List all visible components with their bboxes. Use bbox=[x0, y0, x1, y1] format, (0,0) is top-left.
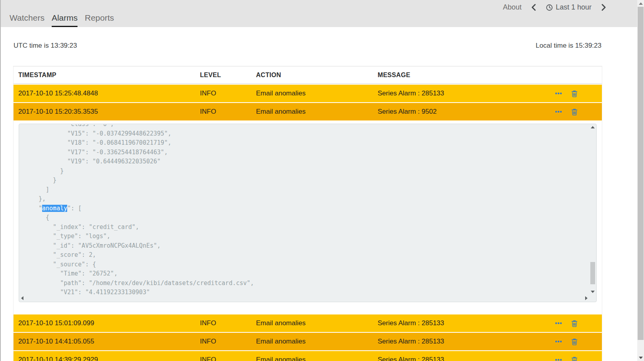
alarm-rows-top: 2017-10-10 15:25:48.4848INFOEmail anomal… bbox=[14, 85, 602, 120]
code-vertical-scrollbar[interactable] bbox=[590, 125, 596, 294]
selected-text: anomaly bbox=[42, 205, 67, 212]
time-range-label: Last 1 hour bbox=[556, 3, 592, 12]
alarm-row[interactable]: 2017-10-10 15:25:48.4848INFOEmail anomal… bbox=[14, 85, 602, 102]
alarm-row[interactable]: 2017-10-10 14:41:05.055INFOEmail anomali… bbox=[14, 333, 602, 350]
chevron-left-icon bbox=[531, 4, 536, 11]
cell-action: Email anomalies bbox=[251, 108, 373, 116]
code-line: "V19": "0.644496322035026" bbox=[39, 157, 589, 167]
delete-alarm-button[interactable] bbox=[571, 356, 578, 361]
cell-level: INFO bbox=[195, 338, 251, 345]
cell-action: Email anomalies bbox=[251, 89, 373, 97]
scroll-up-arrow-icon[interactable] bbox=[591, 126, 595, 128]
page-scroll-down-arrow-icon[interactable] bbox=[637, 354, 644, 361]
cell-delete bbox=[569, 90, 603, 97]
cell-message: Series Alarm : 285133 bbox=[373, 89, 550, 97]
cell-more-actions bbox=[550, 91, 569, 96]
clock-row: UTC time is 13:39:23 Local time is 15:39… bbox=[14, 42, 601, 50]
code-line: "V15": "-0.0374299448622395", bbox=[39, 129, 589, 139]
more-actions-button[interactable] bbox=[555, 357, 563, 361]
code-line: "Time": "26752", bbox=[39, 269, 589, 279]
delete-alarm-button[interactable] bbox=[571, 108, 578, 116]
cell-timestamp: 2017-10-10 15:20:35.3535 bbox=[14, 108, 195, 116]
cell-message: Series Alarm : 285133 bbox=[373, 319, 550, 327]
chevron-right-icon bbox=[601, 4, 606, 11]
cell-more-actions bbox=[550, 321, 569, 326]
code-line: }, bbox=[39, 194, 589, 204]
tab-reports[interactable]: Reports bbox=[85, 13, 114, 27]
cell-more-actions bbox=[550, 109, 569, 114]
alarm-rows-bottom: 2017-10-10 15:01:09.099INFOEmail anomali… bbox=[14, 314, 602, 361]
code-line: "V18": "-0.0684119670021719", bbox=[39, 138, 589, 148]
cell-timestamp: 2017-10-10 14:41:05.055 bbox=[14, 338, 195, 345]
scroll-down-arrow-icon[interactable] bbox=[591, 291, 595, 293]
alarm-row[interactable]: 2017-10-10 14:39:29.2929INFOEmail anomal… bbox=[14, 351, 602, 361]
local-time-text: Local time is 15:39:23 bbox=[536, 42, 601, 50]
code-line: "V17": "-0.336254418764463", bbox=[39, 148, 589, 157]
code-line: "V21": "4.41192233130903" bbox=[39, 288, 589, 295]
code-vertical-scrollbar-thumb[interactable] bbox=[590, 262, 595, 284]
trash-icon bbox=[571, 108, 578, 116]
cell-timestamp: 2017-10-10 15:01:09.099 bbox=[14, 319, 195, 327]
cell-timestamp: 2017-10-10 15:25:48.4848 bbox=[14, 89, 195, 97]
cell-message: Series Alarm : 9502 bbox=[373, 108, 550, 116]
cell-more-actions bbox=[550, 339, 569, 344]
more-actions-button[interactable] bbox=[555, 339, 563, 344]
cell-level: INFO bbox=[195, 319, 251, 327]
more-actions-button[interactable] bbox=[555, 109, 563, 114]
trash-icon bbox=[571, 356, 578, 361]
cell-action: Email anomalies bbox=[251, 356, 373, 361]
tab-watchers[interactable]: Watchers bbox=[10, 13, 45, 27]
alarm-row[interactable]: 2017-10-10 15:01:09.099INFOEmail anomali… bbox=[14, 314, 602, 332]
trash-icon bbox=[571, 338, 578, 345]
cell-level: INFO bbox=[195, 356, 251, 361]
time-range-picker[interactable]: Last 1 hour bbox=[546, 3, 592, 12]
delete-alarm-button[interactable] bbox=[571, 90, 578, 97]
cell-message: Series Alarm : 285133 bbox=[373, 356, 550, 361]
nav-tabs: WatchersAlarmsReports bbox=[10, 13, 114, 27]
code-line: "_index": "credit_card", bbox=[39, 223, 589, 232]
cell-action: Email anomalies bbox=[251, 319, 373, 327]
table-header-row: TIMESTAMPLEVELACTIONMESSAGE bbox=[14, 66, 602, 84]
prev-time-range-button[interactable] bbox=[531, 4, 536, 11]
page-scrollbar[interactable] bbox=[637, 0, 644, 361]
top-navbar: About Last 1 hour WatchersAlarmsReports bbox=[1, 0, 638, 27]
cell-level: INFO bbox=[195, 108, 251, 116]
cell-more-actions bbox=[550, 357, 569, 361]
trash-icon bbox=[571, 320, 578, 327]
alarm-row[interactable]: 2017-10-10 15:20:35.3535INFOEmail anomal… bbox=[14, 103, 602, 120]
delete-alarm-button[interactable] bbox=[571, 320, 578, 327]
code-line: "_type": "logs", bbox=[39, 232, 589, 241]
json-code-block: "Class": "0", "V15": "-0.037429944862239… bbox=[19, 124, 597, 302]
alarms-table: TIMESTAMPLEVELACTIONMESSAGE 2017-10-10 1… bbox=[13, 66, 602, 361]
navbar-utilities: About Last 1 hour bbox=[503, 3, 606, 12]
code-line: { bbox=[39, 213, 589, 223]
cell-level: INFO bbox=[195, 89, 251, 97]
trash-icon bbox=[571, 90, 578, 97]
page-scrollbar-thumb[interactable] bbox=[638, 7, 644, 340]
tab-alarms[interactable]: Alarms bbox=[52, 13, 78, 27]
code-line: ] bbox=[39, 185, 589, 195]
code-horizontal-scrollbar[interactable] bbox=[20, 295, 588, 301]
cell-delete bbox=[569, 320, 603, 327]
scroll-left-arrow-icon[interactable] bbox=[21, 296, 23, 300]
next-time-range-button[interactable] bbox=[601, 4, 606, 11]
scroll-right-arrow-icon[interactable] bbox=[585, 296, 588, 300]
delete-alarm-button[interactable] bbox=[571, 338, 578, 345]
code-line: "path": "/home/trex/dev/kibi/datasets/cr… bbox=[39, 279, 589, 288]
json-code-lines: "Class": "0", "V15": "-0.037429944862239… bbox=[19, 124, 589, 295]
code-line: } bbox=[39, 167, 589, 176]
page-scroll-up-arrow-icon[interactable] bbox=[637, 0, 644, 7]
cell-delete bbox=[569, 338, 603, 345]
code-line: "_score": 2, bbox=[39, 250, 589, 260]
column-header-message: MESSAGE bbox=[373, 72, 550, 79]
about-link[interactable]: About bbox=[503, 3, 522, 12]
cell-delete bbox=[569, 356, 603, 361]
code-line: "_id": "AV5cXmroNCPGx4ALQnEs", bbox=[39, 241, 589, 251]
utc-time-text: UTC time is 13:39:23 bbox=[14, 42, 77, 50]
code-line: "anomaly": [ bbox=[39, 204, 589, 213]
more-actions-button[interactable] bbox=[555, 321, 563, 326]
cell-timestamp: 2017-10-10 14:39:29.2929 bbox=[14, 356, 195, 361]
more-actions-button[interactable] bbox=[555, 91, 563, 96]
code-line: "_source": { bbox=[39, 260, 589, 270]
cell-action: Email anomalies bbox=[251, 338, 373, 345]
